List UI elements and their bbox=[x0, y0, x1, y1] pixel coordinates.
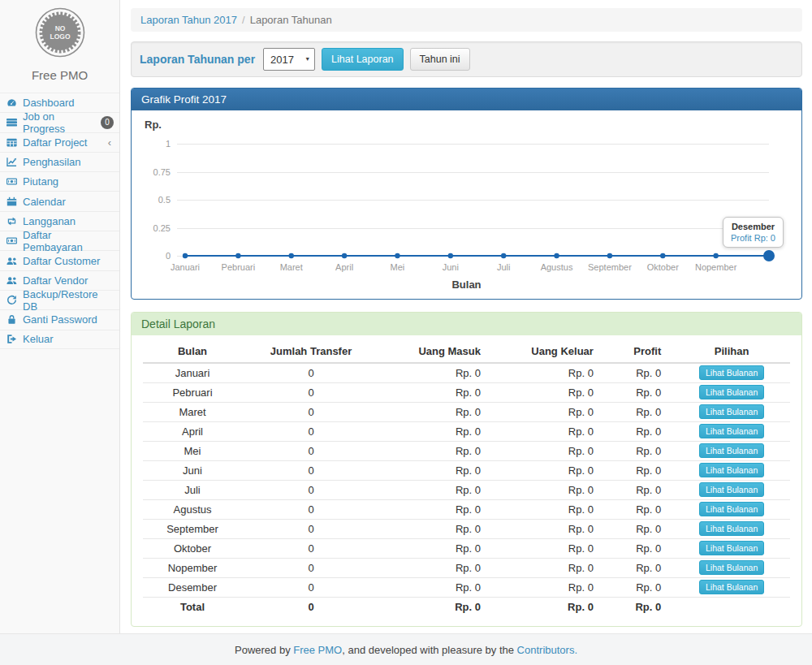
table-cell: Juli bbox=[143, 480, 242, 499]
table-action-cell: Lihat Bulanan bbox=[673, 382, 790, 402]
lihat-bulanan-button[interactable]: Lihat Bulanan bbox=[699, 385, 764, 399]
chart-point[interactable] bbox=[554, 253, 559, 258]
table-cell: Rp. 0 bbox=[380, 480, 493, 499]
table-cell: Rp. 0 bbox=[380, 597, 493, 616]
table-total-row: Total0Rp. 0Rp. 0Rp. 0 bbox=[143, 597, 790, 616]
table-cell: Rp. 0 bbox=[380, 421, 493, 441]
chart-point[interactable] bbox=[501, 253, 506, 258]
sidebar-item-label: Langganan bbox=[23, 215, 76, 227]
chart-point[interactable] bbox=[713, 253, 718, 258]
column-header: Uang Keluar bbox=[493, 340, 606, 363]
table-cell: Rp. 0 bbox=[380, 363, 493, 382]
lihat-bulanan-button[interactable]: Lihat Bulanan bbox=[699, 580, 764, 594]
sidebar-item-daftar-vendor[interactable]: Daftar Vendor bbox=[0, 270, 119, 290]
lihat-bulanan-button[interactable]: Lihat Bulanan bbox=[699, 424, 764, 438]
y-tick-label: 0.5 bbox=[145, 195, 171, 205]
lihat-bulanan-button[interactable]: Lihat Bulanan bbox=[699, 365, 764, 380]
free-pmo-link[interactable]: Free PMO bbox=[293, 644, 342, 656]
footer-text-prefix: Powered by bbox=[235, 644, 293, 656]
table-cell: 0 bbox=[242, 402, 380, 421]
sidebar-item-dashboard[interactable]: Dashboard bbox=[0, 93, 119, 112]
lihat-bulanan-button[interactable]: Lihat Bulanan bbox=[699, 560, 764, 575]
y-tick-label: 0.75 bbox=[145, 167, 171, 177]
sidebar-item-job-on-progress[interactable]: Job on Progress0 bbox=[0, 112, 119, 132]
sidebar-item-daftar-project[interactable]: Daftar Project‹ bbox=[0, 132, 119, 152]
chart-point[interactable] bbox=[395, 253, 400, 258]
sidebar-item-ganti-password[interactable]: Ganti Password bbox=[0, 309, 119, 329]
table-cell: Desember bbox=[143, 577, 242, 597]
sign-out-icon bbox=[6, 334, 18, 345]
lihat-bulanan-button[interactable]: Lihat Bulanan bbox=[699, 443, 764, 458]
sidebar-item-calendar[interactable]: Calendar bbox=[0, 191, 119, 210]
table-cell: Rp. 0 bbox=[606, 519, 673, 538]
column-header: Bulan bbox=[143, 340, 242, 363]
table-action-cell bbox=[673, 597, 790, 616]
chart-y-axis-label: Rp. bbox=[145, 119, 790, 131]
x-tick-label: Januari bbox=[171, 262, 200, 272]
table-cell: Rp. 0 bbox=[606, 480, 673, 499]
contributors-link[interactable]: Contributors. bbox=[517, 644, 577, 656]
lihat-bulanan-button[interactable]: Lihat Bulanan bbox=[699, 482, 764, 497]
sidebar-item-penghasilan[interactable]: Penghasilan bbox=[0, 152, 119, 171]
sidebar-item-daftar-customer[interactable]: Daftar Customer bbox=[0, 250, 119, 270]
chart-point[interactable] bbox=[448, 253, 453, 258]
table-cell: 0 bbox=[242, 480, 380, 499]
retweet-icon bbox=[6, 215, 18, 227]
lihat-bulanan-button[interactable]: Lihat Bulanan bbox=[699, 404, 764, 419]
lihat-bulanan-button[interactable]: Lihat Bulanan bbox=[699, 521, 764, 536]
table-cell: Pebruari bbox=[143, 382, 242, 402]
table-cell: Rp. 0 bbox=[493, 499, 606, 519]
chart-point[interactable] bbox=[660, 253, 665, 258]
tahun-ini-button[interactable]: Tahun ini bbox=[410, 48, 470, 71]
lihat-bulanan-button[interactable]: Lihat Bulanan bbox=[699, 541, 764, 555]
sidebar-item-backup-restore-db[interactable]: Backup/Restore DB bbox=[0, 290, 119, 309]
main-content: Laporan Tahun 2017/Laporan Tahunan Lapor… bbox=[121, 0, 812, 633]
breadcrumb-link[interactable]: Laporan Tahun 2017 bbox=[140, 14, 237, 26]
svg-text:NO: NO bbox=[54, 24, 65, 32]
chart-point[interactable] bbox=[183, 253, 188, 258]
year-select[interactable]: 2017 bbox=[263, 48, 315, 71]
sidebar-item-label: Piutang bbox=[23, 175, 58, 188]
table-cell: 0 bbox=[242, 499, 380, 519]
table-cell: Nopember bbox=[143, 558, 242, 577]
y-tick-label: 0 bbox=[145, 251, 171, 261]
sidebar-item-daftar-pembayaran[interactable]: Daftar Pembayaran bbox=[0, 231, 119, 250]
table-cell: Rp. 0 bbox=[493, 441, 606, 460]
sidebar-item-piutang[interactable]: Piutang bbox=[0, 171, 119, 191]
table-cell: 0 bbox=[242, 421, 380, 441]
footer-text-middle: , and developed with pleasure by the bbox=[342, 644, 516, 656]
table-header-row: BulanJumlah TransferUang MasukUang Kelua… bbox=[143, 340, 790, 363]
money-icon bbox=[6, 235, 18, 247]
table-cell: 0 bbox=[242, 460, 380, 480]
column-header: Uang Masuk bbox=[380, 340, 493, 363]
chart-point[interactable] bbox=[342, 253, 347, 258]
sidebar-item-label: Ganti Password bbox=[23, 313, 97, 326]
table-cell: Maret bbox=[143, 402, 242, 421]
column-header: Pilihan bbox=[673, 340, 790, 363]
filter-label: Laporan Tahunan per bbox=[140, 53, 255, 66]
table-cell: 0 bbox=[242, 519, 380, 538]
table-row: Pebruari0Rp. 0Rp. 0Rp. 0Lihat Bulanan bbox=[143, 382, 790, 402]
chart-point[interactable] bbox=[763, 250, 775, 261]
table-cell: Rp. 0 bbox=[606, 402, 673, 421]
x-tick-label: April bbox=[335, 262, 353, 272]
lihat-laporan-button[interactable]: Lihat Laporan bbox=[322, 48, 403, 71]
y-tick-label: 1 bbox=[145, 139, 171, 149]
sidebar-item-keluar[interactable]: Keluar bbox=[0, 330, 119, 349]
table-cell: Rp. 0 bbox=[380, 460, 493, 480]
table-cell: Rp. 0 bbox=[380, 499, 493, 519]
column-header: Profit bbox=[606, 340, 673, 363]
table-cell: Rp. 0 bbox=[606, 597, 673, 616]
sidebar-item-label: Daftar Vendor bbox=[23, 274, 88, 287]
sidebar-item-label: Calendar bbox=[23, 196, 66, 208]
sidebar-item-langganan[interactable]: Langganan bbox=[0, 211, 119, 231]
lihat-bulanan-button[interactable]: Lihat Bulanan bbox=[699, 502, 764, 516]
table-cell: Rp. 0 bbox=[493, 597, 606, 616]
lihat-bulanan-button[interactable]: Lihat Bulanan bbox=[699, 463, 764, 477]
detail-panel: Detail Laporan BulanJumlah TransferUang … bbox=[131, 312, 802, 627]
chart-point[interactable] bbox=[235, 253, 240, 258]
tasks-icon bbox=[6, 117, 18, 128]
chart-point[interactable] bbox=[607, 253, 612, 258]
filter-bar: Laporan Tahunan per 2017 ▼ Lihat Laporan… bbox=[131, 41, 802, 77]
chart-point[interactable] bbox=[289, 253, 294, 258]
